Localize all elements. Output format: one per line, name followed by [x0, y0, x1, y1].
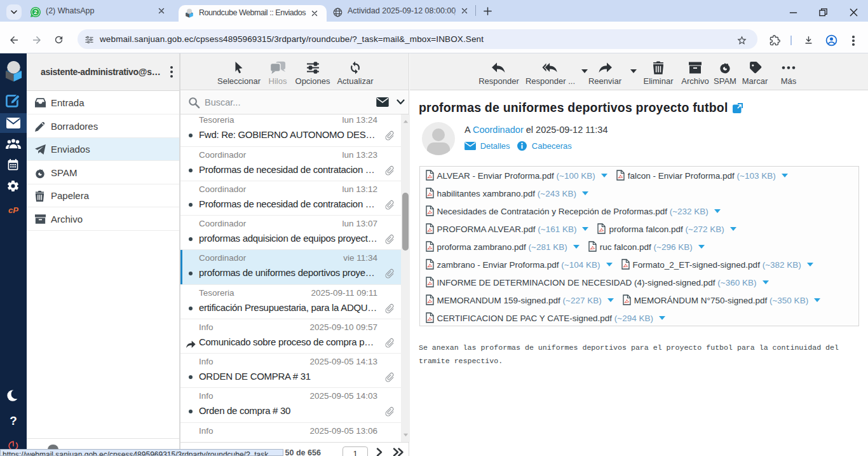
svg-text:2: 2	[34, 8, 37, 15]
